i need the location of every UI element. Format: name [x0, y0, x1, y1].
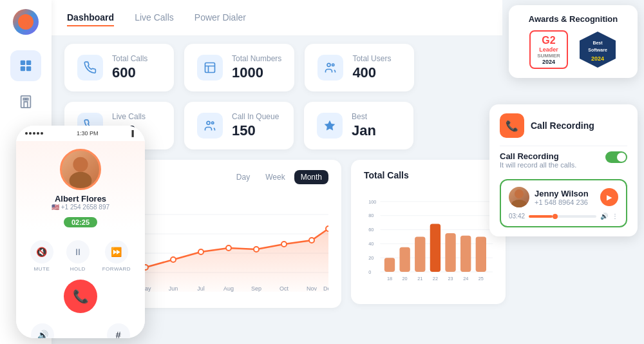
dial-button-item[interactable]: # DIAL: [107, 323, 130, 338]
numbers-icon: [197, 55, 223, 81]
svg-point-71: [515, 189, 524, 198]
signal-dots: [25, 132, 43, 135]
g2-badge: G2 Leader SUMMER 2024: [529, 30, 568, 69]
phone-bottom-buttons: 🔊 LOUD # DIAL: [24, 318, 137, 338]
chart-filters: Day Week Month: [230, 170, 328, 184]
svg-point-0: [18, 14, 33, 30]
svg-point-23: [198, 249, 204, 254]
nav-live-calls[interactable]: Live Calls: [135, 10, 174, 26]
call-timer: 02:25: [64, 217, 97, 227]
hold-btn-circle: ⏸: [66, 240, 90, 263]
svg-text:25: 25: [478, 276, 484, 282]
svg-text:40: 40: [368, 241, 374, 247]
bar-chart-svg: 100 80 60 40 20 0 18 20 21 22 23 24 2: [364, 188, 493, 291]
mute-label: MUTE: [34, 266, 50, 272]
svg-text:Sep: Sep: [251, 285, 261, 292]
stats-row-1: Total Calls 600 Total Numbers 1000: [64, 44, 414, 91]
svg-point-14: [212, 122, 214, 124]
svg-point-12: [332, 64, 334, 66]
svg-rect-57: [476, 236, 486, 272]
jenny-number: +1 548 8964 236: [535, 198, 589, 206]
forward-label: FORWARD: [102, 266, 131, 272]
spacer: [69, 323, 92, 338]
stat-total-users: Total Users 400: [305, 44, 414, 91]
stat-best-label: Best: [352, 112, 376, 121]
svg-text:20: 20: [368, 255, 374, 261]
stat-total-users-label: Total Users: [352, 54, 391, 63]
svg-text:Aug: Aug: [223, 285, 234, 292]
cr-title: Call Recording: [531, 120, 594, 131]
filter-day[interactable]: Day: [230, 170, 256, 184]
hold-button-item[interactable]: ⏸ HOLD: [66, 240, 90, 272]
stat-best: Best Jan: [304, 102, 413, 149]
stat-total-calls-info: Total Calls 600: [112, 54, 147, 81]
volume-icon: 🔊: [600, 213, 608, 220]
bar-chart-title: Total Calls: [364, 170, 409, 180]
filter-month[interactable]: Month: [294, 170, 328, 184]
svg-text:20: 20: [402, 276, 408, 282]
g2-badge-visual: G2 Leader SUMMER 2024: [529, 30, 568, 69]
svg-point-11: [327, 63, 330, 66]
more-icon: ⋮: [612, 213, 618, 220]
stat-total-calls: Total Calls 600: [64, 44, 174, 91]
svg-text:Nov: Nov: [307, 285, 317, 292]
svg-point-24: [226, 245, 231, 251]
forward-button-item[interactable]: ⏩ FORWARD: [102, 240, 131, 272]
svg-rect-52: [399, 247, 410, 272]
battery-icon: ▌: [132, 130, 136, 137]
jenny-avatar: [509, 187, 529, 207]
stat-live-calls-label: Live Calls: [112, 112, 146, 121]
svg-text:18: 18: [387, 276, 392, 282]
cr-item-title: Call Recording: [500, 151, 576, 161]
phone-time: 1:30 PM: [77, 130, 99, 137]
caller-flag: 🇺🇸: [52, 204, 59, 211]
svg-rect-55: [445, 233, 455, 272]
app-logo: [13, 9, 39, 35]
loud-button-item[interactable]: 🔊 LOUD: [31, 323, 54, 338]
svg-text:80: 80: [368, 213, 374, 218]
nav-dashboard[interactable]: Dashboard: [67, 10, 114, 26]
svg-rect-53: [415, 236, 425, 272]
svg-rect-3: [21, 66, 25, 71]
stat-total-users-value: 400: [352, 64, 391, 81]
awards-title: Awards & Recognition: [518, 14, 629, 24]
call-recording-toggle[interactable]: [605, 151, 627, 163]
users-icon: [317, 55, 343, 81]
stat-total-calls-label: Total Calls: [112, 54, 147, 63]
sidebar-item-dashboard[interactable]: [10, 50, 41, 81]
svg-point-25: [254, 247, 259, 252]
progress-bar[interactable]: [529, 215, 596, 218]
call-recording-popup: 📞 Call Recording Call Recording It will …: [489, 104, 638, 236]
hold-label: HOLD: [70, 266, 86, 272]
sw-badge: Best Software 2024: [578, 30, 617, 69]
audio-time: 03:42: [509, 213, 525, 220]
caller-number: 🇺🇸 +1 254 2658 897: [24, 204, 137, 211]
phone-status-bar: 1:30 PM ▌: [16, 126, 145, 141]
star-icon: [317, 113, 343, 139]
cr-item-desc: It will record all the calls.: [500, 161, 576, 169]
caller-name: Albert Flores: [24, 194, 137, 204]
svg-text:Jun: Jun: [169, 285, 178, 292]
progress-dot: [553, 214, 558, 219]
mute-button-item[interactable]: 🔇 MUTE: [30, 240, 53, 272]
svg-rect-54: [430, 224, 440, 272]
svg-text:Dec: Dec: [323, 285, 328, 292]
jenny-header: Jenny Wilson +1 548 8964 236 ▶: [509, 187, 618, 207]
cr-item-left: Call Recording It will record all the ca…: [500, 151, 576, 169]
svg-rect-2: [26, 61, 31, 65]
svg-text:23: 23: [448, 276, 453, 282]
stat-call-in-queue: Call In Queue 150: [184, 102, 294, 149]
sidebar-item-building[interactable]: [10, 86, 41, 117]
phone-action-buttons: 🔇 MUTE ⏸ HOLD ⏩ FORWARD: [24, 235, 137, 272]
nav-power-dialer[interactable]: Power Dialer: [194, 10, 246, 26]
end-call-button[interactable]: 📞: [64, 280, 97, 313]
svg-text:21: 21: [417, 276, 422, 282]
play-button[interactable]: ▶: [600, 188, 618, 206]
svg-text:Oct: Oct: [279, 285, 289, 292]
svg-text:24: 24: [463, 276, 468, 282]
filter-week[interactable]: Week: [259, 170, 291, 184]
svg-point-66: [70, 172, 92, 189]
stat-call-in-queue-label: Call In Queue: [232, 112, 279, 121]
phone-icon: [77, 55, 103, 81]
phone-mockup: 1:30 PM ▌ Albert Flores 🇺🇸 +1 254 2658 8…: [16, 126, 145, 338]
